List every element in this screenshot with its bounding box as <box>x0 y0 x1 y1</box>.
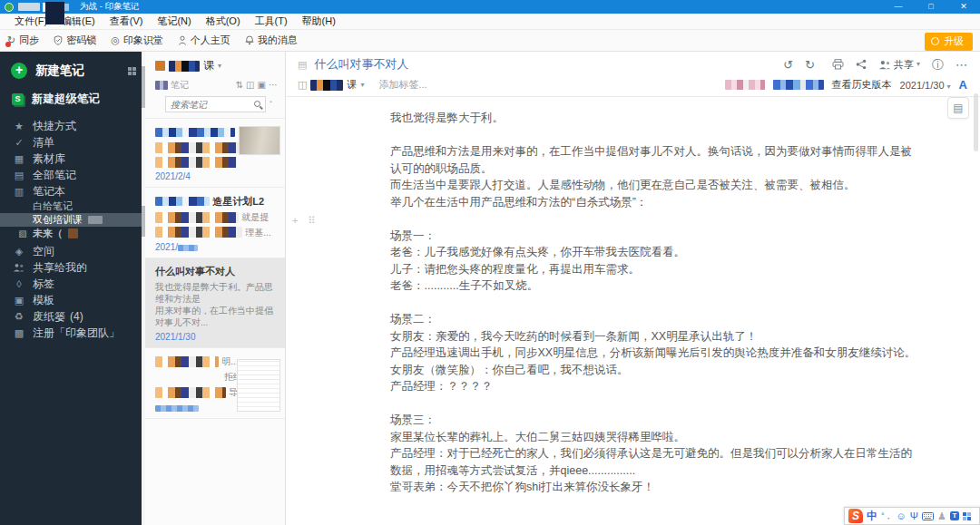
menu-note[interactable]: 笔记(N) <box>150 15 198 28</box>
library-icon: ▦ <box>13 154 25 164</box>
sidebar-item-templates[interactable]: ▣ 模板 <box>0 292 145 308</box>
redo-button[interactable]: ↻ <box>805 59 815 71</box>
undo-button[interactable]: ↺ <box>783 59 793 71</box>
template-icon: ▣ <box>13 296 25 306</box>
person-icon <box>178 35 187 45</box>
sidebar-item-trash[interactable]: ♻ 废纸篓 (4) <box>0 308 145 325</box>
sidebar-item-notebooks[interactable]: ▥ 笔记本 <box>0 183 145 199</box>
paragraph: 举几个在生活中用产品思维和方法的“自杀式场景”： <box>390 194 916 211</box>
upgrade-icon <box>931 37 939 45</box>
sidebar-item-all-notes[interactable]: ▤ 全部笔记 <box>0 167 145 183</box>
note-thumbnail <box>239 126 280 155</box>
censor-block <box>18 3 40 11</box>
share-button[interactable]: 共享 ▾ <box>878 60 920 70</box>
sidebar-item-materials[interactable]: ▦ 素材库 <box>0 151 145 167</box>
note-thumbnail <box>237 359 280 412</box>
chevron-down-icon: ▾ <box>218 62 221 70</box>
menu-help[interactable]: 帮助(H) <box>295 15 343 28</box>
sidebar-item-shortcuts[interactable]: ★ 快捷方式 <box>0 118 145 134</box>
censor-block <box>178 245 198 251</box>
note-list-item-4[interactable]: 明... 拒绝 导... <box>145 348 285 418</box>
censor-block <box>88 216 103 224</box>
sidebar-item-checklist[interactable]: ✓ 清单 <box>0 134 145 151</box>
view-options-icon[interactable]: ◫ <box>246 81 254 90</box>
chevron-down-icon: ▾ <box>947 83 951 91</box>
menu-tools[interactable]: 工具(T) <box>248 15 295 28</box>
sidebar-item-register-team[interactable]: ▩ 注册「印象团队」 <box>0 325 145 341</box>
view-history-link[interactable]: 查看历史版本 <box>832 78 892 92</box>
paragraph <box>390 395 916 413</box>
toolbox-grid-icon[interactable] <box>963 512 971 520</box>
maximize-button[interactable]: □ <box>915 0 947 14</box>
titlebar: 为战 - 印象笔记 — □ ✕ <box>0 0 980 14</box>
notebook-selector[interactable]: ◫ 课 ▾ <box>298 78 364 92</box>
sidebar-notebook-future[interactable]: ▧ 未来（ <box>0 227 145 240</box>
clipboard-icon[interactable]: ▣ <box>258 81 266 90</box>
chevron-down-icon: ▾ <box>916 61 920 68</box>
font-style-button[interactable]: A <box>959 78 967 92</box>
censor-block <box>155 142 240 153</box>
sidebar-notebook-baigei[interactable]: 白给笔记 <box>0 199 145 213</box>
outline-toggle-button[interactable]: ▤ <box>947 97 969 119</box>
paragraph: 我也觉得是弊大于利。 <box>390 110 916 127</box>
print-button[interactable] <box>832 59 844 70</box>
more-button[interactable]: ⋯ <box>956 59 967 71</box>
sync-button[interactable]: ↻ 同步 <box>7 34 39 47</box>
menu-format[interactable]: 格式(O) <box>199 15 248 28</box>
add-tag-field[interactable]: 添加标签... <box>378 78 426 92</box>
sidebar-item-shared[interactable]: 共享给我的 <box>0 259 145 276</box>
grid-view-icon[interactable] <box>128 67 136 75</box>
more-icon[interactable]: ⋯ <box>269 81 278 90</box>
messages-button[interactable]: 我的消息 <box>245 34 298 47</box>
menu-view[interactable]: 查看(V) <box>103 15 151 28</box>
note-list-item-2[interactable]: 造星计划L2 就是提 理基... 2021/ <box>145 188 285 258</box>
censor-block <box>725 80 765 90</box>
note-list-item-selected[interactable]: 什么叫对事不对人 我也觉得是弊大于利。产品思维和方法是 用来对事的，在工作当中提… <box>145 258 285 348</box>
censor-block <box>45 2 64 24</box>
note-body[interactable]: 我也觉得是弊大于利。 产品思维和方法是用来对事的，在工作当中提倡对事儿不对人。换… <box>286 97 980 525</box>
note-list-item-1[interactable]: 2021/2/4 <box>145 119 285 188</box>
share-link-button[interactable] <box>856 59 867 70</box>
classroom-button[interactable]: ◎ 印象识堂 <box>111 34 163 47</box>
info-button[interactable]: ⓘ <box>932 59 944 71</box>
people-icon <box>13 263 25 272</box>
sort-icon[interactable]: ⇅ <box>236 81 243 90</box>
upgrade-button[interactable]: 升级 <box>925 33 973 51</box>
close-button[interactable]: ✕ <box>947 0 980 14</box>
note-date-dropdown[interactable]: 2021/1/30 ▾ <box>900 80 951 91</box>
minimize-button[interactable]: — <box>882 0 915 14</box>
paragraph: 堂哥表弟：今天不把你丫狗shi打出来算你没长象牙！ <box>390 479 916 496</box>
censor-block <box>773 80 824 90</box>
note-title: 什么叫对事不对人 <box>155 265 278 278</box>
sidebar-item-tags[interactable]: ◊ 标签 <box>0 276 145 292</box>
emoji-icon[interactable]: ☺ <box>897 511 906 521</box>
passcode-lock-button[interactable]: 密码锁 <box>54 34 96 47</box>
editor-scrollbar[interactable] <box>974 93 978 151</box>
censor-block <box>155 128 235 137</box>
new-note-button[interactable]: + 新建笔记 <box>0 61 145 90</box>
paragraph: 老爸：...........生子不如叉烧。 <box>390 277 916 295</box>
sogou-logo-icon[interactable]: S <box>848 509 863 523</box>
collapse-icon[interactable]: ˆ <box>270 100 272 109</box>
sync-alert-badge <box>5 42 11 47</box>
ime-language-toggle[interactable]: 中 <box>867 510 877 521</box>
note-title[interactable]: 什么叫对事不对人 <box>314 56 408 73</box>
censor-block <box>155 212 239 223</box>
trash-icon: ♻ <box>13 312 25 322</box>
notebook-icon: ◫ <box>298 80 307 90</box>
microphone-icon[interactable]: Ψ <box>910 511 918 521</box>
search-input[interactable] <box>165 96 266 112</box>
ime-punctuation-toggle[interactable]: °， <box>881 512 893 520</box>
block-drag-handle[interactable]: + ⠿ <box>292 212 319 229</box>
paragraph: 产品经理：？？？？ <box>390 378 916 395</box>
skin-icon[interactable]: T <box>950 511 959 520</box>
keyboard-icon[interactable] <box>922 512 934 520</box>
sidebar-item-space[interactable]: ◈ 空间 <box>0 243 145 259</box>
paragraph <box>390 127 916 144</box>
person-icon[interactable]: ♟ <box>937 511 946 521</box>
censor-block <box>155 197 210 206</box>
sidebar-notebook-shuangchuang[interactable]: 双创培训课 <box>0 213 145 227</box>
notebook-selector[interactable]: 课 ▾ <box>155 58 278 73</box>
new-super-note-button[interactable]: S 新建超级笔记 <box>0 90 145 118</box>
profile-button[interactable]: 个人主页 <box>178 34 230 47</box>
